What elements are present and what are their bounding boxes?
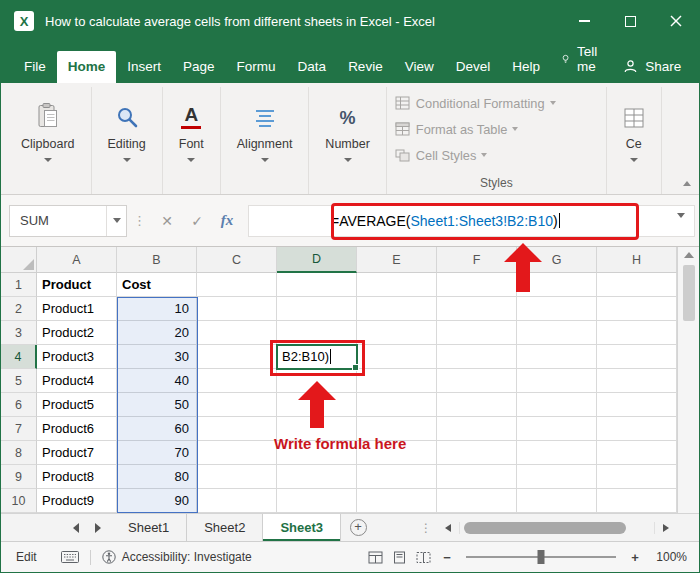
sheet-tab-sheet2[interactable]: Sheet2 bbox=[187, 514, 263, 541]
col-header-A[interactable]: A bbox=[37, 247, 117, 273]
cell-G1[interactable] bbox=[517, 273, 597, 297]
cell-D9[interactable] bbox=[277, 465, 357, 489]
cell-A4[interactable]: Product3 bbox=[37, 345, 117, 369]
cell-C7[interactable] bbox=[197, 417, 277, 441]
zoom-slider-thumb[interactable] bbox=[538, 550, 545, 564]
ribbon-group-number[interactable]: % Number bbox=[309, 87, 386, 194]
insert-function-button[interactable]: fx bbox=[212, 212, 242, 229]
menu-tab-formulas[interactable]: Formu bbox=[226, 51, 287, 83]
cell-F2[interactable] bbox=[437, 297, 517, 321]
ribbon-group-clipboard[interactable]: Clipboard bbox=[5, 87, 92, 194]
maximize-button[interactable] bbox=[607, 1, 653, 41]
menu-tab-data[interactable]: Data bbox=[287, 51, 338, 83]
scroll-left-button[interactable] bbox=[437, 514, 459, 541]
keyboard-icon[interactable] bbox=[61, 551, 79, 563]
horizontal-scroll-track[interactable] bbox=[459, 522, 655, 534]
cell-C1[interactable] bbox=[197, 273, 277, 297]
accessibility-checker[interactable]: Accessibility: Investigate bbox=[102, 550, 252, 564]
cell-A9[interactable]: Product8 bbox=[37, 465, 117, 489]
page-break-view-icon[interactable] bbox=[416, 551, 431, 564]
cell-H10[interactable] bbox=[597, 489, 677, 513]
col-header-D[interactable]: D bbox=[277, 247, 357, 273]
cell-G6[interactable] bbox=[517, 393, 597, 417]
cell-E1[interactable] bbox=[357, 273, 437, 297]
cell-G7[interactable] bbox=[517, 417, 597, 441]
cell-B2[interactable]: 10 bbox=[117, 297, 197, 321]
cell-D2[interactable] bbox=[277, 297, 357, 321]
cell-B7[interactable]: 60 bbox=[117, 417, 197, 441]
row-header-3[interactable]: 3 bbox=[1, 321, 37, 345]
cell-E2[interactable] bbox=[357, 297, 437, 321]
cell-G10[interactable] bbox=[517, 489, 597, 513]
col-header-C[interactable]: C bbox=[197, 247, 277, 273]
cell-H9[interactable] bbox=[597, 465, 677, 489]
cell-D5[interactable] bbox=[277, 369, 357, 393]
cell-F10[interactable] bbox=[437, 489, 517, 513]
cell-B10[interactable]: 90 bbox=[117, 489, 197, 513]
cell-A1[interactable]: Product bbox=[37, 273, 117, 297]
conditional-formatting-button[interactable]: Conditional Formatting bbox=[395, 90, 598, 116]
cell-C8[interactable] bbox=[197, 441, 277, 465]
cell-B9[interactable]: 80 bbox=[117, 465, 197, 489]
menu-tab-view[interactable]: View bbox=[394, 51, 445, 83]
cell-H4[interactable] bbox=[597, 345, 677, 369]
cell-F9[interactable] bbox=[437, 465, 517, 489]
cell-E10[interactable] bbox=[357, 489, 437, 513]
cell-B4[interactable]: 30 bbox=[117, 345, 197, 369]
vertical-scroll-thumb[interactable] bbox=[683, 265, 695, 321]
row-header-10[interactable]: 10 bbox=[1, 489, 37, 513]
menu-tab-review[interactable]: Revie bbox=[337, 51, 394, 83]
cell-G4[interactable] bbox=[517, 345, 597, 369]
cell-A7[interactable]: Product6 bbox=[37, 417, 117, 441]
splitter-dots-icon[interactable]: ⋮ bbox=[415, 521, 437, 535]
col-header-F[interactable]: F bbox=[437, 247, 517, 273]
cell-B8[interactable]: 70 bbox=[117, 441, 197, 465]
row-header-8[interactable]: 8 bbox=[1, 441, 37, 465]
cell-F4[interactable] bbox=[437, 345, 517, 369]
formula-input[interactable]: =AVERAGE(Sheet1:Sheet3!B2:B10) bbox=[248, 205, 695, 237]
vertical-scrollbar[interactable] bbox=[677, 247, 699, 513]
row-header-7[interactable]: 7 bbox=[1, 417, 37, 441]
cell-B1[interactable]: Cost bbox=[117, 273, 197, 297]
cell-F8[interactable] bbox=[437, 441, 517, 465]
cell-D3[interactable] bbox=[277, 321, 357, 345]
cell-E6[interactable] bbox=[357, 393, 437, 417]
ribbon-group-cells[interactable]: Ce bbox=[607, 87, 662, 194]
next-sheet-icon[interactable] bbox=[95, 523, 101, 533]
cell-H6[interactable] bbox=[597, 393, 677, 417]
cell-C3[interactable] bbox=[197, 321, 277, 345]
cell-H5[interactable] bbox=[597, 369, 677, 393]
menu-tab-file[interactable]: File bbox=[13, 51, 57, 83]
cell-F3[interactable] bbox=[437, 321, 517, 345]
cell-H3[interactable] bbox=[597, 321, 677, 345]
col-header-G[interactable]: G bbox=[517, 247, 597, 273]
share-button[interactable]: Share bbox=[613, 51, 691, 83]
zoom-out-button[interactable]: − bbox=[440, 550, 454, 565]
cell-A3[interactable]: Product2 bbox=[37, 321, 117, 345]
cell-C9[interactable] bbox=[197, 465, 277, 489]
cell-C2[interactable] bbox=[197, 297, 277, 321]
menu-tab-page-layout[interactable]: Page bbox=[172, 51, 226, 83]
cell-F1[interactable] bbox=[437, 273, 517, 297]
cell-D4-editing[interactable]: B2:B10) bbox=[277, 345, 357, 369]
cell-A10[interactable]: Product9 bbox=[37, 489, 117, 513]
new-sheet-button[interactable]: + bbox=[341, 514, 375, 541]
drag-handle-icon[interactable]: ⋮ bbox=[127, 213, 152, 228]
cell-G9[interactable] bbox=[517, 465, 597, 489]
row-header-4[interactable]: 4 bbox=[1, 345, 37, 369]
cell-G3[interactable] bbox=[517, 321, 597, 345]
cell-A6[interactable]: Product5 bbox=[37, 393, 117, 417]
cell-H2[interactable] bbox=[597, 297, 677, 321]
cell-E9[interactable] bbox=[357, 465, 437, 489]
cell-C10[interactable] bbox=[197, 489, 277, 513]
cell-styles-button[interactable]: Cell Styles bbox=[395, 142, 598, 168]
col-header-B[interactable]: B bbox=[117, 247, 197, 273]
name-box[interactable]: SUM bbox=[9, 205, 127, 237]
zoom-slider[interactable] bbox=[466, 556, 616, 558]
cancel-button[interactable]: ✕ bbox=[152, 213, 182, 229]
row-header-9[interactable]: 9 bbox=[1, 465, 37, 489]
scroll-up-icon[interactable] bbox=[684, 252, 694, 258]
cell-E4[interactable] bbox=[357, 345, 437, 369]
menu-tab-help[interactable]: Help bbox=[501, 51, 551, 83]
previous-sheet-icon[interactable] bbox=[73, 523, 79, 533]
